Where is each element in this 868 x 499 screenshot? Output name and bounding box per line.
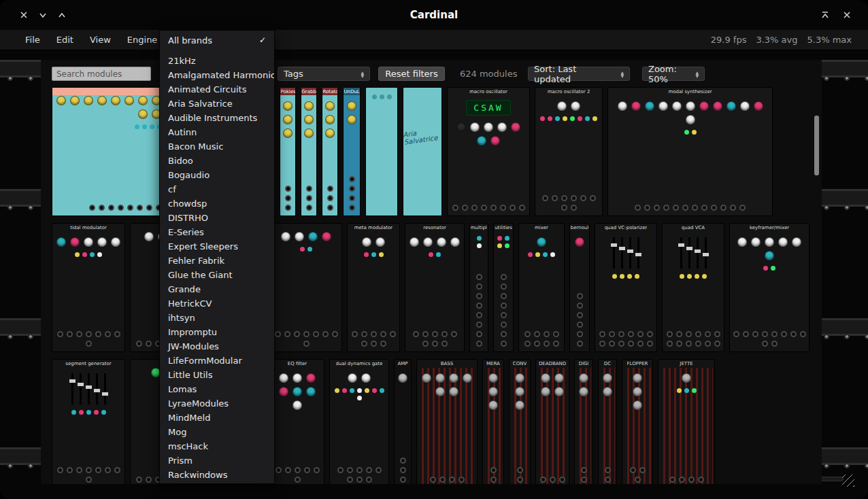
tags-dropdown[interactable]: Tags ▲▼ xyxy=(278,67,370,81)
brand-menu-item-bidoo[interactable]: Bidoo xyxy=(160,154,274,168)
brand-menu-item-expert-sleepers[interactable]: Expert Sleepers xyxy=(160,239,274,254)
leds xyxy=(297,247,316,252)
scroll-top-icon[interactable] xyxy=(819,9,831,21)
zoom-dropdown[interactable]: Zoom: 50% ▲▼ xyxy=(642,67,705,81)
module-card-multiples[interactable]: multiples xyxy=(469,223,488,352)
module-card-meta-modulator[interactable]: meta modulator xyxy=(347,223,400,352)
module-card-amp[interactable]: AMP xyxy=(394,359,412,484)
menu-item-edit[interactable]: Edit xyxy=(54,33,76,46)
brand-menu-item-aria-salvatrice[interactable]: Aria Salvatrice xyxy=(160,97,274,111)
port-icon xyxy=(86,331,92,337)
sort-dropdown[interactable]: Sort: Last updated ▲▼ xyxy=(528,67,630,81)
module-card-unnamed[interactable] xyxy=(365,87,398,216)
module-card-dc[interactable]: DC xyxy=(598,359,617,484)
module-card-segment-generator[interactable]: segment generator xyxy=(52,359,125,484)
brand-menu-item-prism[interactable]: Prism xyxy=(160,453,274,468)
module-card-flopper[interactable]: FLOPPER xyxy=(622,359,653,484)
module-card-grabby[interactable]: Grabby xyxy=(301,87,317,216)
module-card-unnamed[interactable]: Aria Salvatrice xyxy=(403,87,442,216)
module-title: modal synthesizer xyxy=(668,89,712,94)
brand-menu-item-distrho[interactable]: DISTRHO xyxy=(160,211,274,225)
brand-menu-item-lifeformmodular[interactable]: LifeFormModular xyxy=(160,354,274,368)
brand-menu-item-21khz[interactable]: 21kHz xyxy=(160,54,274,68)
module-card-pokies[interactable]: Pokies xyxy=(280,87,296,216)
module-title: meta modulator xyxy=(354,225,393,230)
module-card-rotatoes[interactable]: Rotatoes xyxy=(322,87,338,216)
knob-icon xyxy=(765,237,774,247)
reset-filters-button[interactable]: Reset filters xyxy=(378,67,445,81)
knobs xyxy=(344,373,375,383)
module-card-utilities[interactable]: utilities xyxy=(493,223,514,352)
module-card-digi[interactable]: DIGI xyxy=(574,359,593,484)
menu-item-view[interactable]: View xyxy=(88,33,113,46)
brand-menu-item-autinn[interactable]: Autinn xyxy=(160,125,274,139)
module-card-resonator[interactable]: resonator xyxy=(405,223,465,352)
module-card-dual-dynamics-gate[interactable]: dual dynamics gate xyxy=(329,359,389,484)
search-input[interactable] xyxy=(52,67,151,81)
module-card-quad-vc-polarizer[interactable]: quad VC-polarizer xyxy=(595,223,657,352)
menu-item-file[interactable]: File xyxy=(23,33,42,46)
knobs xyxy=(405,237,464,247)
module-card-quad-vca[interactable]: quad VCA xyxy=(662,223,724,352)
knob-icon xyxy=(603,373,612,383)
port-icon xyxy=(371,331,377,337)
vertical-scrollbar-thumb[interactable] xyxy=(814,116,819,175)
module-card-tidal-modulator[interactable]: tidal modulator xyxy=(52,223,125,352)
knob-icon xyxy=(575,237,584,247)
brand-menu-item-lyraemodules[interactable]: LyraeModules xyxy=(160,396,274,411)
knob-icon xyxy=(437,237,446,247)
menu-item-engine[interactable]: Engine xyxy=(125,33,160,46)
brand-menu-item-bogaudio[interactable]: Bogaudio xyxy=(160,168,274,182)
port-icon xyxy=(304,467,310,473)
stat-value: 3.3% avg xyxy=(756,35,797,45)
resize-grip-icon[interactable] xyxy=(842,475,854,487)
brand-menu-item-lomas[interactable]: Lomas xyxy=(160,382,274,396)
chevron-down-icon[interactable] xyxy=(37,9,49,21)
module-title: CONV xyxy=(513,361,527,366)
brand-menu-item-e-series[interactable]: E-Series xyxy=(160,225,274,239)
port-icon xyxy=(422,331,429,337)
module-card-bass[interactable]: BASS xyxy=(416,359,478,484)
close-icon[interactable] xyxy=(841,9,853,21)
module-card-mera[interactable]: MERA xyxy=(482,359,504,484)
knobs xyxy=(599,373,616,396)
module-card-modal-synthesizer[interactable]: modal synthesizer xyxy=(607,87,773,216)
brand-menu-item-rackwindows[interactable]: Rackwindows xyxy=(160,468,274,482)
brand-menu-item-jw-modules[interactable]: JW-Modules xyxy=(160,339,274,354)
module-card-unnamed[interactable] xyxy=(270,223,342,352)
module-card-keyframer-mixer[interactable]: keyframer/mixer xyxy=(729,223,809,352)
module-card-deadband[interactable]: DEADBAND xyxy=(535,359,569,484)
brand-menu-item-audible-instruments[interactable]: Audible Instruments xyxy=(160,111,274,125)
knob-icon xyxy=(308,232,318,241)
brand-menu-item-glue-the-giant[interactable]: Glue the Giant xyxy=(160,268,274,282)
brand-menu-item-bacon-music[interactable]: Bacon Music xyxy=(160,139,274,154)
knob-icon xyxy=(754,101,763,111)
brand-menu-item-cf[interactable]: cf xyxy=(160,182,274,196)
led-icon xyxy=(620,274,624,279)
module-card-jette[interactable]: JETTE xyxy=(658,359,715,484)
brand-menu-item-mindmeld[interactable]: MindMeld xyxy=(160,411,274,425)
brand-menu-item-hetrickcv[interactable]: HetrickCV xyxy=(160,296,274,311)
brand-menu-item-impromptu[interactable]: Impromptu xyxy=(160,325,274,339)
knob-icon xyxy=(97,96,107,105)
brand-menu-item-all-brands[interactable]: All brands ✓ xyxy=(160,33,274,48)
module-card-mixer[interactable]: mixer xyxy=(518,223,565,352)
brand-menu-item-fehler-fabrik[interactable]: Fehler Fabrik xyxy=(160,254,274,268)
module-card-conv[interactable]: CONV xyxy=(509,359,531,484)
module-card-macro-oscillator-2[interactable]: macro oscillator 2 xyxy=(535,87,603,216)
brand-menu-item-amalgamated-harmonics[interactable]: Amalgamated Harmonics xyxy=(160,68,274,82)
brand-menu-item-chowdsp[interactable]: chowdsp xyxy=(160,196,274,211)
brand-menu-item-little-utils[interactable]: Little Utils xyxy=(160,368,274,382)
brand-menu-item-mschack[interactable]: mscHack xyxy=(160,439,274,453)
brand-menu-item-mog[interactable]: Mog xyxy=(160,425,274,439)
brand-menu-item-animated-circuits[interactable]: Animated Circuits xyxy=(160,82,274,97)
port-icon xyxy=(663,205,669,211)
brand-menu-item-grande[interactable]: Grande xyxy=(160,282,274,296)
module-card-bernoulli-gate[interactable]: bernoulli gate xyxy=(569,223,590,352)
module-card-eq-filter[interactable]: EQ filter xyxy=(270,359,324,484)
close-window-icon[interactable] xyxy=(18,9,30,21)
chevron-up-icon[interactable] xyxy=(56,9,68,21)
module-card-undular[interactable]: UnDuLaR xyxy=(343,87,361,216)
brand-menu-item-ihtsyn[interactable]: ihtsyn xyxy=(160,311,274,325)
module-card-macro-oscillator[interactable]: macro oscillatorCSAW xyxy=(447,87,530,216)
